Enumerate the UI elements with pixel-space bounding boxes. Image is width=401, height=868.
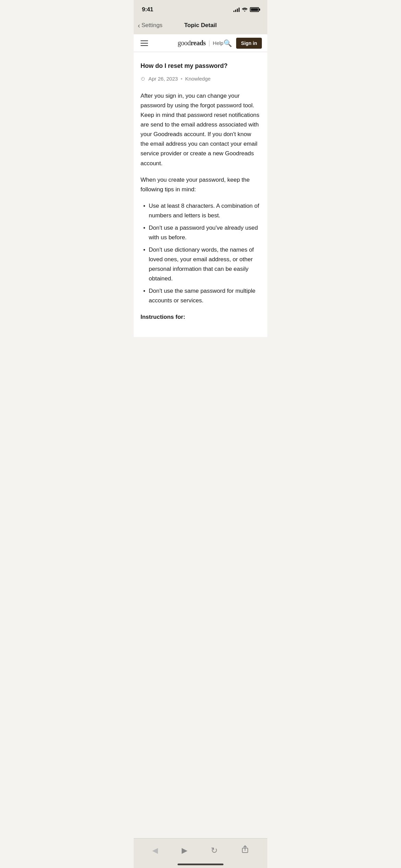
article-category: Knowledge — [185, 76, 210, 82]
web-toolbar: goodreads | Help 🔍 Sign in — [134, 34, 267, 52]
article-content: How do I reset my password? ⏲ Apr 26, 20… — [134, 52, 267, 337]
tips-intro: When you create your password, keep the … — [141, 175, 260, 194]
battery-icon — [250, 7, 259, 12]
list-item: Don't use a password you've already used… — [141, 223, 260, 242]
article-meta: ⏲ Apr 26, 2023 • Knowledge — [141, 76, 260, 82]
tips-list: Use at least 8 characters. A combination… — [141, 201, 260, 305]
list-item: Don't use dictionary words, the names of… — [141, 245, 260, 284]
chevron-left-icon: ‹ — [138, 22, 140, 29]
toolbar-right: 🔍 Sign in — [223, 38, 262, 49]
help-link[interactable]: Help — [213, 40, 223, 46]
signal-bars-icon — [233, 7, 240, 12]
toolbar-center: goodreads | Help — [178, 39, 223, 47]
search-icon[interactable]: 🔍 — [223, 39, 232, 47]
status-icons — [233, 7, 259, 12]
clock-icon: ⏲ — [141, 76, 146, 82]
wifi-icon — [242, 7, 248, 12]
toolbar-divider: | — [208, 39, 210, 47]
status-bar: 9:41 — [134, 0, 267, 17]
instructions-heading: Instructions for: — [141, 312, 260, 322]
main-content: How do I reset my password? ⏲ Apr 26, 20… — [134, 52, 267, 371]
article-paragraph-1: After you sign in, you can change your p… — [141, 91, 260, 168]
toolbar-left — [139, 39, 149, 47]
page-title: Topic Detail — [184, 22, 217, 29]
meta-separator: • — [181, 76, 182, 82]
back-label: Settings — [142, 22, 162, 29]
article-body: After you sign in, you can change your p… — [141, 91, 260, 322]
article-title: How do I reset my password? — [141, 62, 260, 70]
back-button[interactable]: ‹ Settings — [138, 22, 162, 29]
list-item: Use at least 8 characters. A combination… — [141, 201, 260, 220]
sign-in-button[interactable]: Sign in — [236, 38, 262, 49]
status-time: 9:41 — [142, 6, 153, 13]
hamburger-menu-button[interactable] — [139, 39, 149, 47]
goodreads-logo: goodreads — [178, 39, 206, 47]
list-item: Don't use the same password for multiple… — [141, 286, 260, 305]
article-date: Apr 26, 2023 — [148, 76, 178, 82]
nav-bar: ‹ Settings Topic Detail — [134, 17, 267, 34]
